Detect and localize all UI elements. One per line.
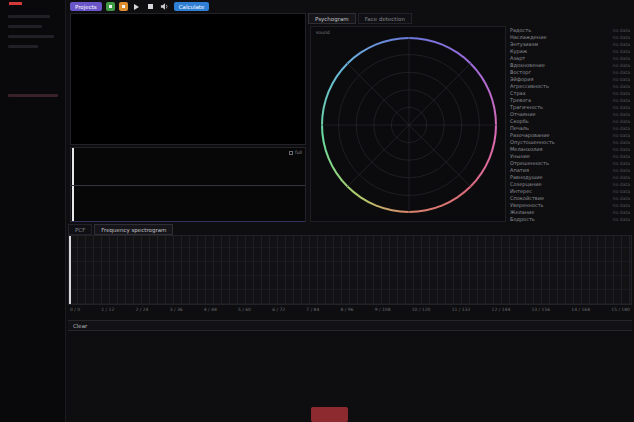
emotion-row: Равнодушие no data [510,174,630,180]
emotion-value: no data [613,105,630,110]
spectrogram-tick: 15 / 180 [611,307,630,312]
emotion-name: Тревога [510,97,531,103]
emotion-value: no data [613,189,630,194]
emotion-name: Меланхолия [510,146,542,152]
bottom-red-button[interactable] [311,407,348,422]
emotion-value: no data [613,196,630,201]
spectrogram-tick: 1 / 12 [101,307,114,312]
emotion-row: Наслаждение no data [510,34,630,40]
emotion-row: Бодрость no data [510,216,630,222]
spectrogram-tick-row: 0 / 0 1 / 12 2 / 24 3 / 36 4 / 48 5 / 60… [68,307,632,312]
tab-face-detection[interactable]: Face detection [358,13,412,24]
emotion-value: no data [613,168,630,173]
emotion-value: no data [613,56,630,61]
play-icon [134,4,139,10]
tab-psychogram[interactable]: Psychogram [308,13,356,24]
sidebar-item[interactable] [8,25,42,28]
app-window: Projects Calculate full [0,0,634,422]
spectrogram-grid[interactable] [68,235,632,305]
emotion-list: Радость no data Наслаждение no data Энту… [508,26,632,222]
full-toggle[interactable]: full [289,150,302,155]
emotion-row: Скорбь no data [510,118,630,124]
sidebar-item-active[interactable] [8,94,58,97]
emotion-value: no data [613,217,630,222]
emotion-row: Энтузиазм no data [510,41,630,47]
emotion-row: Эйфория no data [510,76,630,82]
emotion-value: no data [613,28,630,33]
emotion-row: Радость no data [510,27,630,33]
sidebar-item[interactable] [8,35,54,38]
emotion-name: Опустошенность [510,139,555,145]
emotion-value: no data [613,126,630,131]
emotion-name: Вдохновение [510,62,545,68]
emotion-row: Спокойствие no data [510,195,630,201]
emotion-row: Уныние no data [510,153,630,159]
sidebar [0,0,66,422]
orange-tool-button[interactable] [119,2,128,11]
calculate-button[interactable]: Calculate [174,2,210,11]
emotion-name: Интерес [510,188,532,194]
spectrogram-tick: 6 / 72 [272,307,285,312]
tab-frequency-spectrogram[interactable]: Frequency spectrogram [94,224,173,235]
spectrogram-tabs: PCF Frequency spectrogram [68,224,632,235]
emotion-name: Энтузиазм [510,41,538,47]
spectrogram-tick: 0 / 0 [70,307,80,312]
spectrogram-playhead[interactable] [69,236,71,304]
psychogram-panel: Psychogram Face detection sound [308,13,632,222]
emotion-row: Апатия no data [510,167,630,173]
emotion-row: Желание no data [510,209,630,215]
spectrogram-tick: 11 / 132 [452,307,471,312]
emotion-value: no data [613,35,630,40]
emotion-row: Печаль no data [510,125,630,131]
emotion-row: Интерес no data [510,188,630,194]
emotion-name: Эйфория [510,76,534,82]
emotion-row: Меланхолия no data [510,146,630,152]
emotion-value: no data [613,77,630,82]
emotion-value: no data [613,140,630,145]
emotion-row: Созерцание no data [510,181,630,187]
sidebar-red-indicator [9,2,22,5]
tab-pcf[interactable]: PCF [68,224,92,235]
emotion-name: Уныние [510,153,530,159]
psychogram-tabs: Psychogram Face detection [308,13,632,24]
chart-source-label: sound [316,30,330,35]
emotion-value: no data [613,210,630,215]
emotion-name: Трагичность [510,104,543,110]
waveform-panel[interactable]: full [70,147,306,222]
sidebar-item[interactable] [8,15,50,18]
emotion-row: Отрешенность no data [510,160,630,166]
emotion-row: Страх no data [510,90,630,96]
emotion-value: no data [613,42,630,47]
emotion-name: Кураж [510,48,527,54]
emotion-row: Опустошенность no data [510,139,630,145]
spectrogram-tick: 13 / 156 [531,307,550,312]
emotion-value: no data [613,154,630,159]
emotion-name: Уверенность [510,202,544,208]
spectrogram-tick: 8 / 96 [341,307,354,312]
full-checkbox[interactable] [289,151,293,155]
speaker-icon [160,2,169,11]
emotion-value: no data [613,91,630,96]
green-tool-button[interactable] [106,2,115,11]
clear-button[interactable]: Clear [68,320,632,331]
emotion-name: Бодрость [510,216,535,222]
spectrogram-tick: 3 / 36 [170,307,183,312]
emotion-name: Созерцание [510,181,542,187]
emotion-row: Тревога no data [510,97,630,103]
emotion-value: no data [613,63,630,68]
spectrogram-panel: PCF Frequency spectrogram 0 / 0 1 / 12 2… [68,224,632,316]
play-button[interactable] [132,2,142,11]
stop-button[interactable] [146,2,156,11]
emotion-value: no data [613,175,630,180]
emotion-value: no data [613,182,630,187]
projects-button[interactable]: Projects [70,2,102,11]
psychogram-chart: sound [310,26,506,222]
emotion-value: no data [613,203,630,208]
emotion-name: Скорбь [510,118,529,124]
sidebar-item[interactable] [8,45,38,48]
volume-button[interactable] [160,2,170,11]
emotion-name: Наслаждение [510,34,546,40]
emotion-value: no data [613,84,630,89]
psychogram-grid [321,37,497,213]
emotion-name: Печаль [510,125,529,131]
